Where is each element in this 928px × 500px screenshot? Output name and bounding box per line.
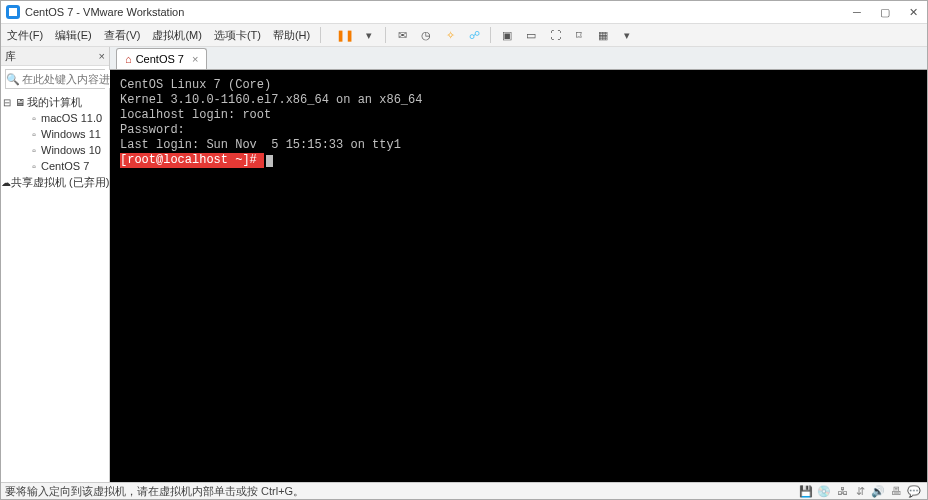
app-icon (5, 4, 21, 20)
search-icon: 🔍 (6, 73, 20, 86)
sidebar-close-icon[interactable]: × (99, 50, 105, 62)
collapse-icon[interactable]: ⊟ (1, 97, 13, 108)
tab-close-icon[interactable]: × (192, 53, 198, 65)
menu-view[interactable]: 查看(V) (98, 24, 147, 46)
console-prompt: [root@localhost ~]# (120, 153, 264, 168)
menu-help[interactable]: 帮助(H) (267, 24, 316, 46)
capture-icon[interactable]: ☍ (464, 25, 484, 45)
separator (385, 27, 386, 43)
maximize-button[interactable]: ▢ (871, 2, 899, 22)
menu-edit[interactable]: 编辑(E) (49, 24, 98, 46)
console-prompt-line: [root@localhost ~]# (120, 153, 917, 168)
console-line: CentOS Linux 7 (Core) (120, 78, 917, 93)
separator (490, 27, 491, 43)
console-line: Kernel 3.10.0-1160.el7.x86_64 on an x86_… (120, 93, 917, 108)
window-title: CentOS 7 - VMware Workstation (25, 6, 843, 18)
tree-node-mycomputer[interactable]: ⊟ 🖥 我的计算机 (1, 94, 109, 110)
library-tree: ⊟ 🖥 我的计算机 ▫ macOS 11.0 ▫ Windows 11 ▫ Wi… (1, 92, 109, 482)
console-line: localhost login: root (120, 108, 917, 123)
snapshot-icon[interactable]: ✧ (440, 25, 460, 45)
separator (320, 27, 321, 43)
tree-node-vm[interactable]: ▫ Windows 11 (1, 126, 109, 142)
vm-console[interactable]: CentOS Linux 7 (Core) Kernel 3.10.0-1160… (110, 70, 927, 482)
library-icon[interactable]: ▦ (593, 25, 613, 45)
console-icon[interactable]: ▭ (521, 25, 541, 45)
pause-icon[interactable]: ❚❚ (335, 25, 355, 45)
fullscreen-icon[interactable]: ⛶ (545, 25, 565, 45)
home-icon: ⌂ (125, 53, 132, 65)
send-icon[interactable]: ✉ (392, 25, 412, 45)
console-line: Last login: Sun Nov 5 15:15:33 on tty1 (120, 138, 917, 153)
svg-rect-1 (9, 8, 17, 16)
tree-node-vm[interactable]: ▫ macOS 11.0 (1, 110, 109, 126)
clock-icon[interactable]: ◷ (416, 25, 436, 45)
tree-node-vm[interactable]: ▫ CentOS 7 (1, 158, 109, 174)
vm-icon: ▫ (27, 145, 41, 156)
console-line: Password: (120, 123, 917, 138)
dropdown-icon[interactable]: ▾ (359, 25, 379, 45)
message-icon[interactable]: 💬 (905, 485, 923, 498)
device-network-icon[interactable]: 🖧 (833, 485, 851, 497)
unity-icon[interactable]: ▣ (497, 25, 517, 45)
vm-icon: ▫ (27, 129, 41, 140)
minimize-button[interactable]: ─ (843, 2, 871, 22)
cursor (266, 155, 273, 167)
device-usb-icon[interactable]: ⇵ (851, 485, 869, 498)
status-text: 要将输入定向到该虚拟机，请在虚拟机内部单击或按 Ctrl+G。 (5, 484, 304, 499)
computer-icon: 🖥 (13, 97, 27, 108)
share-icon: ☁ (1, 177, 11, 188)
menu-file[interactable]: 文件(F) (1, 24, 49, 46)
menu-vm[interactable]: 虚拟机(M) (146, 24, 208, 46)
vm-icon: ▫ (27, 161, 41, 172)
device-cd-icon[interactable]: 💿 (815, 485, 833, 498)
tab-centos7[interactable]: ⌂ CentOS 7 × (116, 48, 207, 69)
fit-icon[interactable]: ⌑ (569, 25, 589, 45)
close-button[interactable]: ✕ (899, 2, 927, 22)
tab-label: CentOS 7 (136, 53, 184, 65)
settings-icon[interactable]: ▾ (617, 25, 637, 45)
device-sound-icon[interactable]: 🔊 (869, 485, 887, 498)
device-printer-icon[interactable]: 🖶 (887, 485, 905, 497)
sidebar-header: 库 (5, 49, 16, 64)
tree-node-shared[interactable]: ☁ 共享虚拟机 (已弃用) (1, 174, 109, 190)
menu-tabs[interactable]: 选项卡(T) (208, 24, 267, 46)
tree-node-vm[interactable]: ▫ Windows 10 (1, 142, 109, 158)
vm-icon: ▫ (27, 113, 41, 124)
device-disk-icon[interactable]: 💾 (797, 485, 815, 498)
